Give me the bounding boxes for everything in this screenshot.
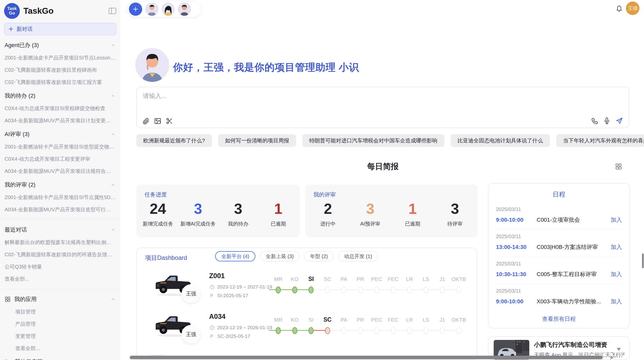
project-row-Z001[interactable]: 王强Z0012023-12-19 ~ 2027-01-19SI-2025-05-… [137,271,477,312]
sidebar-item[interactable]: Z001-全新燃油轻卡产品开发项目SI造型提交物评审 [5,143,116,150]
dashboard-tab[interactable]: 年型 (2) [304,251,334,261]
schedule-join-link[interactable]: 加入 [611,216,622,224]
sidebar-section-header[interactable]: AI评审 (3) [5,130,116,138]
milestone-node[interactable] [423,287,429,293]
agent-pill [127,1,201,17]
schedule-event-name: X003-车辆动力学性能验... [537,298,608,305]
sidebar-item[interactable]: 公司Q3轻卡销量 [5,263,116,270]
scissors-icon[interactable] [166,117,173,125]
milestone-node[interactable] [391,287,396,293]
add-agent-button[interactable] [129,3,142,16]
sidebar-item[interactable]: 项目管理 [15,308,116,315]
milestone-node[interactable] [374,327,379,334]
milestone-node[interactable] [325,287,330,293]
horizontal-scrollbar-thumb[interactable] [130,356,603,359]
chevron-icon [110,227,116,233]
view-all-schedule-link[interactable]: 查看所有日程 [489,315,629,323]
microphone-icon[interactable] [603,117,610,124]
milestone-node[interactable] [391,327,396,334]
sidebar-divider [0,219,120,220]
schedule-title: 日程 [489,190,629,199]
milestone-node[interactable] [423,327,429,334]
agent-avatar-1[interactable] [145,3,158,16]
dashboard-tab[interactable]: 全新平台 (4) [215,251,255,261]
stat-label: 进行中 [307,220,349,227]
user-avatar[interactable]: 王强 [626,2,639,15]
sidebar-collapse-icon[interactable] [109,8,116,14]
milestone-node[interactable] [407,287,412,293]
sidebar-header: Task Go TaskGo [0,0,120,19]
milestone-node[interactable] [407,327,412,334]
milestone-node[interactable] [325,327,330,334]
image-upload-icon[interactable] [154,117,161,125]
dashboard-tab[interactable]: 动总开发 (1) [338,251,378,261]
sidebar-link-folder[interactable]: 我的云空间 [5,358,116,360]
chevron-icon [110,93,116,99]
schedule-time: 9:00-10:00 [496,298,535,305]
sidebar-item[interactable]: A034-全新新能源MUV产品开发项目计划变更表编写 [5,117,116,124]
milestone-node[interactable] [341,327,346,334]
new-chat-button[interactable]: 新对话 [4,23,116,35]
sidebar-item[interactable]: C02-飞腾新能源轻客改款项目里程碑画布 [5,67,116,73]
milestone-node[interactable] [374,287,379,293]
milestone-label: OKTB [448,317,470,323]
suggestion-chip[interactable]: 比亚迪全固态电池计划具体说了什么 [451,134,550,147]
sidebar-section-header[interactable]: 最近对话 [5,226,116,234]
sidebar-item[interactable]: 查看全部... [5,276,116,282]
milestone-node[interactable] [292,287,297,293]
attachment-icon[interactable] [142,117,150,125]
milestone-node[interactable] [358,287,363,293]
sidebar-item[interactable]: 解释最新出台的欧盟报废车法规再生塑料比例被调至15%... [5,239,116,246]
schedule-item: 2025/03/1113:00-14:30C003|H0B-方案冻结评审加入 [496,230,622,257]
sidebar-item[interactable]: A034-全新新能源MUV产品开发项目造型可行性评审 [5,206,116,213]
sidebar-item[interactable]: C0X4-动力总成开发项目工程变更评审 [5,156,116,162]
sidebar-section-header[interactable]: 我的待办 (2) [5,92,116,100]
sidebar-item[interactable]: C0X4-动力总成开发项目SI里程碑提交物检查 [5,105,116,112]
notification-bell-icon[interactable] [616,5,623,12]
sidebar-item[interactable]: 查看全部... [15,345,116,352]
stat-value: 2 [307,201,349,217]
milestone-node[interactable] [292,327,297,334]
send-icon[interactable] [616,117,623,125]
sidebar-item[interactable]: C02-飞腾新能源轻客改款项目立项汇报方案 [5,79,116,86]
milestone-node[interactable] [276,327,281,334]
milestone-node[interactable] [440,327,445,334]
sidebar-item[interactable]: Z001-全新燃油皮卡产品开发项目SI节点Lesson Learn报告 [5,54,116,61]
sidebar-item[interactable]: C02-飞腾新能源轻客改款项目的闭环通告反馈情况 [5,251,116,258]
project-row-A034[interactable]: 王强A0342023-12-19 ~ 2026-01-19SC-2025-05-… [137,312,477,352]
phone-call-icon[interactable] [591,117,598,124]
milestone-node[interactable] [309,287,314,293]
stat-card: 任务进度24新增完成任务3新增AI完成任务3我的待办1已逾期 [136,185,300,237]
dashboard-tab[interactable]: 全新上装 (3) [260,251,300,261]
scroll-right-arrow[interactable] [610,355,614,359]
stat: 3待评审 [434,201,476,227]
sidebar-section-header[interactable]: 我的应用 [5,295,116,303]
chat-input[interactable] [142,91,622,114]
milestone-node[interactable] [276,287,281,293]
vertical-scrollbar-thumb[interactable] [642,253,644,268]
agent-avatar-3[interactable] [178,3,191,16]
schedule-join-link[interactable]: 加入 [611,243,622,251]
milestone-node[interactable] [456,287,461,293]
suggestion-chip[interactable]: 特朗普可能对进口汽车增税会对中国车企造成哪些影响 [302,134,444,147]
milestone-node[interactable] [341,287,346,293]
sidebar-item[interactable]: A034-全新新能源MUV产品开发项目法规符合性评审 [5,168,116,175]
scroll-down-arrow[interactable] [617,348,621,351]
suggestion-chip[interactable]: 欧洲新规最近颁布了什么? [136,134,212,147]
sidebar-item[interactable]: 产品管理 [15,321,116,327]
schedule-join-link[interactable]: 加入 [611,271,622,278]
briefing-layout-icon[interactable] [615,163,622,170]
agent-avatar-2[interactable] [162,3,175,16]
sidebar-item[interactable]: Z001-全新燃油轻卡产品开发项目SI节点属性5D文件评审 [5,194,116,201]
milestone-node[interactable] [309,327,314,334]
milestone-node[interactable] [440,287,445,293]
sidebar-section-header[interactable]: Agent已办 (3) [5,41,116,49]
suggestion-chip[interactable]: 当下年轻人对汽车外观有怎样的喜好趋势 [556,134,644,147]
suggestion-chip[interactable]: 如何写一份清晰的项目周报 [218,134,296,147]
milestone-node[interactable] [358,327,363,334]
milestone-node[interactable] [456,327,461,334]
stat-label: 待评审 [434,220,476,227]
sidebar-section-header[interactable]: 我的评审 (2) [5,181,116,189]
schedule-join-link[interactable]: 加入 [611,298,622,305]
sidebar-item[interactable]: 变更管理 [15,333,116,340]
